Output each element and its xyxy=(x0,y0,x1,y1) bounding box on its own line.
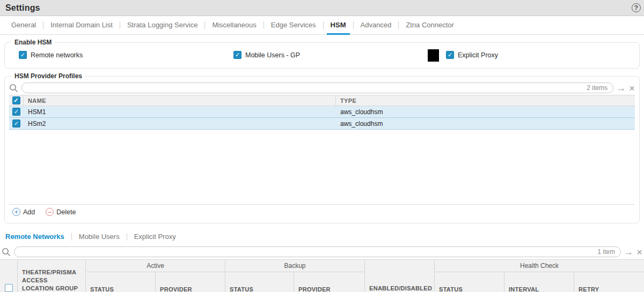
locations-search-row: 1 item → × xyxy=(2,245,642,259)
hsm-subtabs: Remote Networks Mobile Users Explicit Pr… xyxy=(5,230,639,243)
column-header-enabled-disabled[interactable]: ENABLED/DISABLED xyxy=(365,260,435,292)
row-checkbox-cell: ✓ xyxy=(9,106,24,117)
locations-item-count: 1 item xyxy=(597,248,615,256)
delete-button[interactable]: − Delete xyxy=(46,208,76,216)
row-checkbox[interactable]: ✓ xyxy=(12,119,20,128)
enable-hsm-legend: Enable HSM xyxy=(11,39,55,46)
tab-internal-domain-list[interactable]: Internal Domain List xyxy=(43,16,120,34)
column-header-location-group[interactable]: THEATRE/PRISMA ACCESS LOCATION GROUP xyxy=(18,260,86,292)
profiles-item-count: 2 items xyxy=(587,84,608,92)
row-type: aws_cloudhsm xyxy=(336,106,635,117)
select-all-cell xyxy=(0,260,18,292)
column-header-name[interactable]: NAME xyxy=(24,95,336,106)
settings-tabbar: General Internal Domain List Strata Logg… xyxy=(0,16,644,35)
clear-search-icon[interactable]: × xyxy=(629,83,635,93)
row-name: HSM1 xyxy=(24,106,336,117)
search-icon xyxy=(9,84,18,93)
titlebar: Settings ? xyxy=(0,0,644,16)
profiles-table-footer: + Add − Delete xyxy=(9,204,635,219)
profiles-search-pill[interactable]: 2 items xyxy=(21,83,613,93)
row-name: HSm2 xyxy=(24,118,336,129)
minus-circle-icon: − xyxy=(46,208,54,216)
column-header-type[interactable]: TYPE xyxy=(336,95,635,106)
tab-hsm[interactable]: HSM xyxy=(324,16,353,34)
row-type: aws_cloudhsm xyxy=(336,118,635,129)
add-button[interactable]: + Add xyxy=(12,208,35,216)
subtab-mobile-users[interactable]: Mobile Users xyxy=(72,233,127,241)
tab-ztna-connector[interactable]: Ztna Connector xyxy=(399,16,461,34)
tab-strata-logging-service[interactable]: Strata Logging Service xyxy=(120,16,205,34)
checkbox-checked-icon[interactable]: ✓ xyxy=(446,51,454,59)
clear-search-icon[interactable]: × xyxy=(636,247,642,257)
select-all-checkbox[interactable] xyxy=(5,284,13,292)
row-checkbox-cell: ✓ xyxy=(9,118,24,129)
page-title: Settings xyxy=(5,3,40,13)
profiles-search-row: 2 items → × xyxy=(9,81,635,95)
hsm-provider-profiles-group: HSM Provider Profiles 2 items → × ✓ NAME… xyxy=(4,72,640,223)
submit-arrow-icon[interactable]: → xyxy=(617,84,626,93)
locations-search-pill[interactable]: 1 item xyxy=(14,246,621,257)
checkbox-explicit-proxy[interactable]: ✓ Explicit Proxy xyxy=(446,51,498,59)
add-button-label: Add xyxy=(23,208,35,216)
column-header-active-provider[interactable]: PROVIDER xyxy=(156,272,225,292)
locations-search-input[interactable] xyxy=(20,248,597,256)
group-header-active: Active xyxy=(86,260,225,272)
row-checkbox[interactable]: ✓ xyxy=(12,108,20,116)
tab-edge-services[interactable]: Edge Services xyxy=(264,16,323,34)
checkbox-checked-icon[interactable]: ✓ xyxy=(233,51,241,59)
checkbox-label: Remote networks xyxy=(31,51,83,59)
checkbox-mobile-users-gp[interactable]: ✓ Mobile Users - GP xyxy=(233,51,300,59)
help-icon[interactable]: ? xyxy=(632,3,641,12)
checkbox-label: Explicit Proxy xyxy=(458,51,498,59)
group-header-health-check: Health Check xyxy=(435,260,644,272)
column-header-active-status[interactable]: STATUS xyxy=(86,272,156,292)
select-all-checkbox[interactable]: ✓ xyxy=(12,96,20,104)
locations-table-header: THEATRE/PRISMA ACCESS LOCATION GROUP Act… xyxy=(0,259,644,292)
column-header-health-retry[interactable]: RETRY xyxy=(574,272,644,292)
table-empty-area xyxy=(9,130,635,204)
table-row[interactable]: ✓ HSm2 aws_cloudhsm xyxy=(9,118,635,130)
profiles-search-input[interactable] xyxy=(27,84,587,92)
submit-arrow-icon[interactable]: → xyxy=(624,248,633,257)
tab-miscellaneous[interactable]: Miscellaneous xyxy=(205,16,263,34)
table-row[interactable]: ✓ HSM1 aws_cloudhsm xyxy=(9,106,635,118)
column-header-backup-provider[interactable]: PROVIDER xyxy=(294,272,365,292)
column-header-backup-status[interactable]: STATUS xyxy=(225,272,294,292)
redaction-block xyxy=(428,49,439,62)
checkbox-label: Mobile Users - GP xyxy=(245,51,300,59)
enable-hsm-group: Enable HSM ✓ Remote networks ✓ Mobile Us… xyxy=(4,39,640,69)
plus-circle-icon: + xyxy=(12,208,20,216)
subtab-remote-networks[interactable]: Remote Networks xyxy=(5,233,71,241)
column-header-health-status[interactable]: STATUS xyxy=(435,272,504,292)
select-all-cell: ✓ xyxy=(9,95,24,106)
checkbox-remote-networks[interactable]: ✓ Remote networks xyxy=(19,51,83,59)
column-header-health-interval[interactable]: INTERVAL xyxy=(504,272,574,292)
delete-button-label: Delete xyxy=(56,208,76,216)
tab-advanced[interactable]: Advanced xyxy=(354,16,399,34)
hsm-provider-profiles-legend: HSM Provider Profiles xyxy=(11,72,85,80)
search-icon xyxy=(2,248,11,257)
enable-hsm-row: ✓ Remote networks ✓ Mobile Users - GP ✓ … xyxy=(9,47,635,64)
profiles-table: ✓ NAME TYPE ✓ HSM1 aws_cloudhsm ✓ HSm2 a… xyxy=(9,95,635,219)
profiles-table-header: ✓ NAME TYPE xyxy=(9,95,635,106)
group-header-backup: Backup xyxy=(225,260,365,272)
checkbox-checked-icon[interactable]: ✓ xyxy=(19,51,27,59)
tab-general[interactable]: General xyxy=(4,16,43,34)
subtab-explicit-proxy[interactable]: Explicit Proxy xyxy=(127,233,183,241)
